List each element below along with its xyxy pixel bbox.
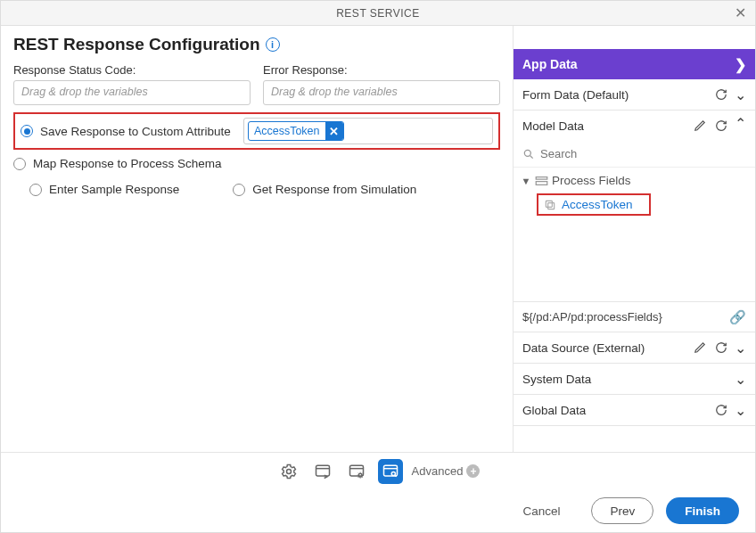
error-response-placeholder: Drag & drop the variables xyxy=(271,86,398,98)
global-data-section[interactable]: Global Data ⌄ xyxy=(514,395,755,426)
system-data-section[interactable]: System Data ⌄ xyxy=(514,364,755,395)
model-search-row xyxy=(514,141,755,168)
svg-point-0 xyxy=(524,150,530,156)
finish-button[interactable]: Finish xyxy=(666,497,739,524)
enter-sample-radio-row[interactable]: Enter Sample Response xyxy=(29,179,179,200)
info-icon[interactable]: i xyxy=(266,37,280,52)
model-search-input[interactable] xyxy=(540,147,746,160)
chevron-up-icon: ⌃ xyxy=(735,115,746,132)
dialog-title: REST SERVICE xyxy=(336,7,420,20)
access-token-chip: AccessToken ✕ xyxy=(248,121,344,141)
main-content: REST Response Configuration i Response S… xyxy=(1,26,513,452)
search-icon xyxy=(522,148,535,160)
model-data-header[interactable]: Model Data ⌃ xyxy=(514,111,755,141)
refresh-icon[interactable] xyxy=(713,340,729,356)
svg-rect-2 xyxy=(536,181,547,184)
error-response-field: Error Response: Drag & drop the variable… xyxy=(263,63,500,105)
svg-rect-1 xyxy=(536,176,547,179)
chevron-down-icon: ⌄ xyxy=(735,402,746,419)
advanced-label: Advanced xyxy=(412,464,464,478)
refresh-icon[interactable] xyxy=(713,86,729,102)
process-fields-node[interactable]: ▼ Process Fields xyxy=(519,171,750,190)
form-data-label: Form Data (Default) xyxy=(522,88,708,102)
refresh-icon[interactable] xyxy=(713,118,729,134)
svg-rect-4 xyxy=(546,201,552,207)
save-custom-attribute-group: Save Response to Custom Attribute Access… xyxy=(13,112,500,150)
process-fields-label: Process Fields xyxy=(552,174,631,187)
edit-icon[interactable] xyxy=(692,340,708,356)
error-response-label: Error Response: xyxy=(263,63,500,77)
get-sim-radio-row[interactable]: Get Response from Simulation xyxy=(233,179,416,200)
close-icon[interactable]: ✕ xyxy=(735,4,747,21)
save-custom-radio-row[interactable]: Save Response to Custom Attribute xyxy=(21,121,231,142)
plus-icon: + xyxy=(466,464,480,478)
dialog-footer: Cancel Prev Finish xyxy=(1,489,755,532)
chip-remove-icon[interactable]: ✕ xyxy=(325,121,343,141)
radio-unselected-icon xyxy=(13,158,26,170)
custom-attribute-input[interactable]: AccessToken ✕ xyxy=(243,118,493,144)
step-toolbar: Advanced + xyxy=(1,452,755,489)
dialog-titlebar: REST SERVICE ✕ xyxy=(1,1,755,26)
app-data-header[interactable]: App Data ❯ xyxy=(514,49,755,79)
chevron-right-icon: ❯ xyxy=(735,56,746,73)
save-custom-label: Save Response to Custom Attribute xyxy=(40,125,231,138)
map-schema-label: Map Response to Process Schema xyxy=(33,157,222,170)
page-response-icon[interactable] xyxy=(378,459,403,484)
chevron-down-icon: ⌄ xyxy=(735,340,746,357)
prev-button[interactable]: Prev xyxy=(591,497,653,524)
advanced-toggle[interactable]: Advanced + xyxy=(412,464,481,478)
chevron-down-icon: ⌄ xyxy=(735,371,746,388)
status-code-field: Response Status Code: Drag & drop the va… xyxy=(13,63,251,105)
radio-unselected-icon xyxy=(233,184,245,196)
edit-icon[interactable] xyxy=(692,118,708,134)
status-code-input[interactable]: Drag & drop the variables xyxy=(13,80,251,105)
page-gear-icon[interactable] xyxy=(344,459,369,484)
data-source-label: Data Source (External) xyxy=(522,341,686,355)
page-title-text: REST Response Configuration xyxy=(13,35,260,54)
chevron-down-icon: ⌄ xyxy=(735,86,746,103)
dialog-body: REST Response Configuration i Response S… xyxy=(1,26,755,452)
copy-icon xyxy=(544,199,556,211)
map-schema-radio-row[interactable]: Map Response to Process Schema xyxy=(13,153,500,174)
form-data-section[interactable]: Form Data (Default) ⌄ xyxy=(514,79,755,111)
sub-radio-group: Enter Sample Response Get Response from … xyxy=(13,179,500,200)
model-data-label: Model Data xyxy=(522,119,686,133)
app-data-panel: App Data ❯ Form Data (Default) ⌄ Model D… xyxy=(513,26,755,452)
system-data-label: System Data xyxy=(522,373,729,386)
expression-text: ${/pd:AP/pd:processFields} xyxy=(522,310,662,324)
svg-point-8 xyxy=(358,473,362,477)
access-token-label: AccessToken xyxy=(562,198,633,211)
container-icon xyxy=(535,176,548,186)
top-fields-row: Response Status Code: Drag & drop the va… xyxy=(13,63,500,105)
model-data-section: Model Data ⌃ ▼ xyxy=(514,111,755,332)
cancel-button[interactable]: Cancel xyxy=(504,497,579,524)
svg-point-10 xyxy=(391,472,395,475)
gear-icon[interactable] xyxy=(276,459,301,484)
chip-label: AccessToken xyxy=(249,125,325,137)
get-sim-label: Get Response from Simulation xyxy=(252,183,416,196)
radio-selected-icon xyxy=(21,125,33,137)
expression-row: ${/pd:AP/pd:processFields} 🔗 xyxy=(514,301,755,332)
error-response-input[interactable]: Drag & drop the variables xyxy=(263,80,500,105)
model-tree: ▼ Process Fields AccessToken xyxy=(514,168,755,301)
svg-rect-3 xyxy=(548,202,555,209)
access-token-field[interactable]: AccessToken xyxy=(537,193,651,216)
panel-top-spacer xyxy=(514,26,755,49)
page-title: REST Response Configuration i xyxy=(13,35,500,54)
link-icon[interactable]: 🔗 xyxy=(729,309,746,325)
app-data-title: App Data xyxy=(522,57,577,71)
rest-service-dialog: REST SERVICE ✕ REST Response Configurati… xyxy=(0,0,756,533)
radio-unselected-icon xyxy=(29,184,42,196)
svg-rect-6 xyxy=(316,465,329,476)
svg-point-5 xyxy=(286,469,291,473)
data-source-section[interactable]: Data Source (External) ⌄ xyxy=(514,332,755,364)
global-data-label: Global Data xyxy=(522,404,708,417)
status-code-placeholder: Drag & drop the variables xyxy=(21,86,148,98)
status-code-label: Response Status Code: xyxy=(13,63,251,77)
tree-collapse-icon[interactable]: ▼ xyxy=(521,176,531,186)
refresh-icon[interactable] xyxy=(713,402,729,418)
enter-sample-label: Enter Sample Response xyxy=(49,183,179,196)
page-arrow-icon[interactable] xyxy=(310,459,335,484)
